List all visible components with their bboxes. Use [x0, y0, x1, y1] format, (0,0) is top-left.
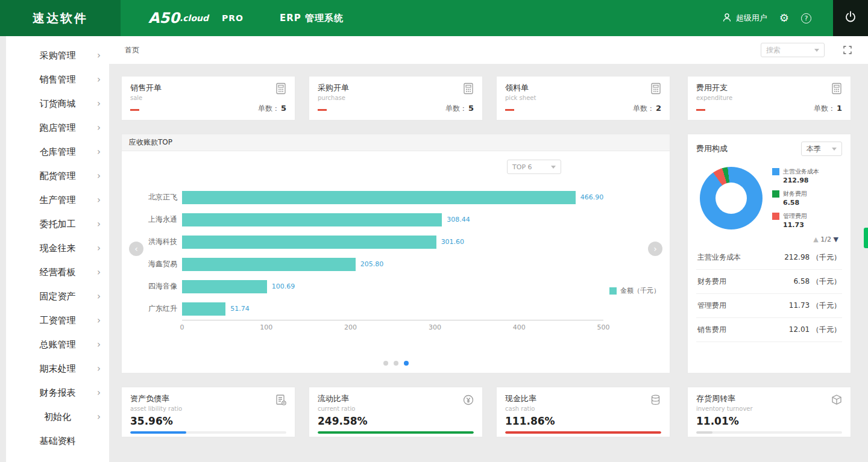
- ratio-card-asset-liability[interactable]: 资产负债率 asset libility ratio 35.96%: [121, 387, 295, 437]
- donut-chart: [700, 167, 763, 229]
- ratio-subtitle: cash ratio: [505, 405, 661, 412]
- chevron-right-icon: ›: [97, 236, 101, 260]
- bar-chart: 北京正飞466.90上海永通308.44洪海科技301.60海鑫贸易205.80…: [134, 186, 603, 320]
- sidebar-item[interactable]: 总账管理›: [6, 332, 109, 357]
- expense-label: 主营业务成本: [697, 252, 741, 263]
- expense-label: 管理费用: [697, 301, 726, 311]
- left-column: 销售开单 sale 单数：5 采购开单 purchase: [121, 76, 670, 437]
- right-column: 费用开支 expenditure 单数：1 费用构成 本季: [687, 76, 851, 437]
- stat-subtitle: sale: [130, 95, 286, 101]
- stat-card-purchase[interactable]: 采购开单 purchase 单数：5: [309, 76, 483, 120]
- stat-title: 销售开单: [130, 83, 286, 93]
- power-button[interactable]: [833, 0, 868, 36]
- sidebar-item[interactable]: 期末处理›: [6, 357, 109, 381]
- bar[interactable]: [182, 258, 356, 271]
- bar[interactable]: [182, 191, 576, 204]
- expense-label: 销售费用: [697, 325, 726, 335]
- sidebar-item[interactable]: 仓库管理›: [6, 140, 109, 164]
- legend-value: 6.58: [783, 199, 807, 207]
- sidebar-item[interactable]: 现金往来›: [6, 236, 109, 260]
- bar-category-label: 海鑫贸易: [134, 259, 177, 269]
- donut-legend: 主营业务成本212.98财务费用6.58管理费用11.73: [772, 167, 819, 229]
- legend-label: 管理费用: [783, 212, 807, 220]
- stat-card-row: 销售开单 sale 单数：5 采购开单 purchase: [121, 76, 670, 120]
- sidebar-item[interactable]: 采购管理›: [6, 43, 109, 67]
- carousel-dot[interactable]: [383, 361, 388, 366]
- ratio-card-cash[interactable]: 现金比率 cash ratio 111.86%: [496, 387, 670, 437]
- calculator-icon: [649, 82, 662, 98]
- expense-structure-card: 费用构成 本季 主营业务成本212.98财务费用6.58管理费用11.73 ▲ …: [687, 134, 851, 373]
- stat-subtitle: pick sheet: [505, 95, 661, 101]
- sidebar-nav: 采购管理›销售管理›订货商城›跑店管理›仓库管理›配货管理›生产管理›委托加工›…: [6, 43, 109, 453]
- sidebar-item[interactable]: 财务报表›: [6, 381, 109, 405]
- donut-legend-item: 财务费用6.58: [772, 190, 819, 207]
- sidebar-item[interactable]: 初始化›: [6, 405, 109, 429]
- sidebar-item[interactable]: 工资管理›: [6, 308, 109, 332]
- sidebar-item-label: 工资管理: [40, 315, 76, 326]
- edge-quick-tab[interactable]: [864, 228, 868, 248]
- top-filter-select[interactable]: TOP 6: [507, 160, 561, 174]
- sidebar-item[interactable]: 经营看板›: [6, 260, 109, 284]
- x-axis: 0100200300400500: [182, 320, 603, 332]
- sidebar-item[interactable]: 跑店管理›: [6, 116, 109, 140]
- chevron-right-icon: ›: [97, 332, 101, 357]
- ratio-subtitle: asset libility ratio: [130, 405, 286, 412]
- ratio-card-row: 资产负债率 asset libility ratio 35.96% 流动比率 c…: [121, 387, 670, 437]
- logo: 速达软件: [0, 0, 121, 36]
- legend-label: 财务费用: [783, 190, 807, 198]
- ratio-title: 流动比率: [318, 393, 474, 404]
- bar[interactable]: [182, 280, 267, 293]
- carousel-dot[interactable]: [394, 361, 398, 366]
- page-down-icon[interactable]: ▼: [834, 236, 838, 243]
- legend-swatch: [609, 287, 617, 295]
- user-icon: [722, 12, 732, 25]
- sidebar-item-label: 委托加工: [40, 219, 76, 229]
- topbar-actions: 搜索: [761, 43, 852, 57]
- bar[interactable]: [182, 213, 442, 226]
- page-up-icon[interactable]: ▲: [813, 236, 818, 243]
- bar-category-label: 上海永通: [134, 214, 177, 225]
- help-icon[interactable]: ?: [801, 13, 811, 23]
- sidebar-item[interactable]: 生产管理›: [6, 188, 109, 212]
- box-icon: [830, 393, 843, 409]
- bar-row: 四海音像100.69: [134, 275, 603, 298]
- bar[interactable]: [182, 302, 225, 316]
- ratio-title: 现金比率: [505, 393, 661, 404]
- sidebar-item[interactable]: 订货商城›: [6, 92, 109, 116]
- carousel-prev-button[interactable]: ‹: [129, 242, 143, 256]
- sidebar-item[interactable]: 销售管理›: [6, 67, 109, 92]
- gear-icon[interactable]: ⚙: [779, 13, 789, 23]
- search-select[interactable]: 搜索: [761, 43, 825, 57]
- bar-category-label: 四海音像: [134, 281, 177, 292]
- fullscreen-button[interactable]: [843, 45, 852, 55]
- breadcrumb-home-tab[interactable]: 首页: [125, 45, 139, 55]
- ratio-card-current[interactable]: 流动比率 current ratio 249.58%: [309, 387, 483, 437]
- stat-title: 领料单: [505, 83, 661, 93]
- stat-card-expenditure[interactable]: 费用开支 expenditure 单数：1: [687, 76, 851, 120]
- user-name: 超级用户: [736, 13, 767, 23]
- stat-count: 单数：2: [633, 104, 661, 114]
- sidebar-item[interactable]: 基础资料: [6, 429, 109, 453]
- ratio-value: 35.96%: [130, 415, 286, 427]
- sidebar-item[interactable]: 固定资产›: [6, 284, 109, 308]
- stat-title: 采购开单: [318, 83, 474, 93]
- stat-card-pick-sheet[interactable]: 领料单 pick sheet 单数：2: [496, 76, 670, 120]
- bar-row: 上海永通308.44: [134, 208, 603, 231]
- bar-row: 广东红升51.74: [134, 298, 603, 320]
- topbar: 首页 搜索: [109, 36, 868, 64]
- carousel-dots: [383, 361, 409, 366]
- ratio-card-inventory-turnover[interactable]: 存货周转率 inventory turnover 11.01%: [687, 387, 851, 437]
- progress-track: [696, 431, 842, 434]
- bar[interactable]: [182, 236, 436, 249]
- period-select[interactable]: 本季: [801, 142, 842, 156]
- carousel-next-button[interactable]: ›: [648, 242, 662, 256]
- bar-track: 100.69: [182, 280, 603, 293]
- user-menu[interactable]: 超级用户: [722, 12, 767, 25]
- sidebar-item[interactable]: 配货管理›: [6, 164, 109, 188]
- legend-label: 主营业务成本: [783, 167, 819, 176]
- sidebar-item[interactable]: 委托加工›: [6, 212, 109, 236]
- stat-card-sale[interactable]: 销售开单 sale 单数：5: [121, 76, 295, 120]
- carousel-dot[interactable]: [404, 361, 409, 366]
- sidebar-item-label: 总账管理: [40, 339, 76, 350]
- dashboard-content: 销售开单 sale 单数：5 采购开单 purchase: [109, 64, 868, 437]
